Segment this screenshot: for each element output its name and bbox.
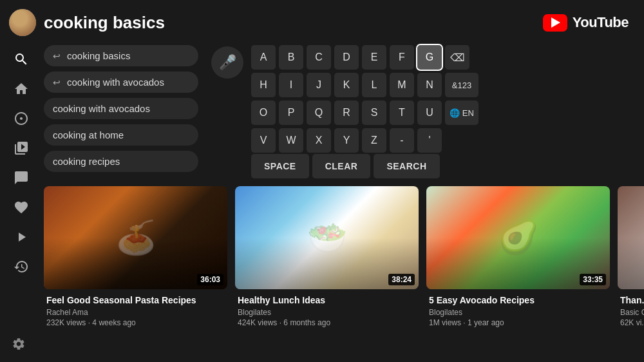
key-O[interactable]: O (251, 100, 276, 125)
video-title: 5 Easy Avocado Recipes (429, 294, 607, 306)
video-info: Than... Basic C... 62K vi... (618, 289, 644, 327)
key-numbers[interactable]: &123 (445, 73, 478, 97)
key-Z[interactable]: Z (362, 128, 386, 153)
key-language[interactable]: 🌐 EN (445, 100, 478, 125)
youtube-logo: YouTube (543, 14, 629, 32)
suggestion-item[interactable]: cooking recipes (44, 151, 198, 172)
history-icon: ↩ (53, 77, 61, 88)
key-row-2: H I J K L M N &123 (251, 73, 634, 97)
video-card[interactable]: 🥑 33:35 5 Easy Avocado Recipes Blogilate… (426, 186, 610, 327)
video-title: Feel Good Seasonal Pasta Recipes (46, 294, 225, 306)
key-row-4: V W X Y Z - ' (251, 128, 634, 153)
key-S[interactable]: S (362, 100, 386, 125)
key-M[interactable]: M (390, 73, 414, 97)
space-button[interactable]: SPACE (251, 154, 309, 178)
suggestion-text: cooking recipes (53, 156, 120, 167)
video-thumbnail: 28:14 (618, 186, 644, 289)
duration-badge: 36:03 (197, 274, 223, 285)
keyboard-area: 🎤 A B C D E F G ⌫ H (211, 43, 634, 178)
suggestion-item[interactable]: cooking with avocados (44, 98, 198, 119)
video-card[interactable]: 🍝 36:03 Feel Good Seasonal Pasta Recipes… (44, 186, 227, 327)
settings-icon[interactable] (12, 337, 26, 354)
key-G[interactable]: G (417, 45, 442, 70)
key-F[interactable]: F (390, 45, 414, 70)
key-U[interactable]: U (417, 100, 442, 125)
sidebar-item-subscriptions[interactable] (12, 139, 30, 157)
mic-button[interactable]: 🎤 (211, 46, 243, 79)
key-P[interactable]: P (279, 100, 303, 125)
key-Y[interactable]: Y (334, 128, 359, 153)
video-title: Than... (620, 294, 644, 306)
video-info: Healthy Lunch Ideas Blogilates 424K view… (235, 289, 419, 327)
main-area: ↩ cooking basics ↩ cooking with avocados… (0, 43, 644, 178)
key-I[interactable]: I (279, 73, 303, 97)
key-K[interactable]: K (334, 73, 359, 97)
suggestion-text: cooking with avocados (67, 77, 164, 88)
sidebar-item-home[interactable] (12, 80, 30, 98)
duration-badge: 33:35 (580, 274, 606, 285)
sidebar-item-library[interactable] (12, 169, 30, 187)
key-W[interactable]: W (279, 128, 303, 153)
key-T[interactable]: T (390, 100, 414, 125)
search-button[interactable]: SEARCH (374, 154, 439, 178)
key-row-3: O P Q R S T U 🌐 EN (251, 100, 634, 125)
clear-button[interactable]: CLEAR (312, 154, 371, 178)
key-backspace[interactable]: ⌫ (445, 45, 469, 70)
header: cooking basics YouTube (0, 0, 644, 43)
key-L[interactable]: L (362, 73, 386, 97)
video-channel: Rachel Ama (46, 308, 225, 317)
title-prefix: cooking (44, 13, 113, 32)
suggestions-list: ↩ cooking basics ↩ cooking with avocados… (44, 43, 198, 178)
key-C[interactable]: C (307, 45, 331, 70)
key-H[interactable]: H (251, 73, 276, 97)
key-V[interactable]: V (251, 128, 276, 153)
video-meta: 232K views · 4 weeks ago (46, 318, 225, 327)
sidebar-item-explore[interactable] (12, 110, 30, 128)
header-left: cooking basics (9, 9, 165, 36)
video-thumbnail: 🥑 33:35 (426, 186, 610, 289)
duration-badge: 38:24 (388, 274, 415, 285)
key-row-1: A B C D E F G ⌫ (251, 45, 634, 70)
key-apostrophe[interactable]: ' (417, 128, 442, 153)
key-Q[interactable]: Q (307, 100, 331, 125)
video-card[interactable]: 🥗 38:24 Healthy Lunch Ideas Blogilates 4… (235, 186, 419, 327)
video-channel: Basic C... (620, 308, 644, 317)
video-meta: 62K vi... (620, 318, 644, 327)
suggestion-text: cooking with avocados (53, 103, 150, 114)
video-info: 5 Easy Avocado Recipes Blogilates 1M vie… (426, 289, 610, 327)
video-thumbnail: 🥗 38:24 (235, 186, 419, 289)
key-J[interactable]: J (307, 73, 331, 97)
action-row: SPACE CLEAR SEARCH (251, 154, 634, 178)
sidebar-item-saved[interactable] (12, 198, 30, 216)
youtube-icon (543, 14, 567, 32)
key-N[interactable]: N (417, 73, 442, 97)
key-B[interactable]: B (279, 45, 303, 70)
key-grid: A B C D E F G ⌫ H I J K (251, 45, 634, 153)
key-D[interactable]: D (334, 45, 359, 70)
video-section: 🍝 36:03 Feel Good Seasonal Pasta Recipes… (0, 178, 644, 327)
sidebar-item-history[interactable] (12, 258, 30, 276)
suggestion-item[interactable]: cooking at home (44, 124, 198, 146)
sidebar-item-purchases[interactable] (12, 228, 30, 246)
key-dash[interactable]: - (390, 128, 414, 153)
key-E[interactable]: E (362, 45, 386, 70)
key-X[interactable]: X (307, 128, 331, 153)
suggestion-item[interactable]: ↩ cooking with avocados (44, 71, 198, 93)
keyboard-section: A B C D E F G ⌫ H I J K (251, 45, 634, 178)
video-card[interactable]: 28:14 Than... Basic C... 62K vi... (618, 186, 644, 327)
page-title: cooking basics (44, 13, 165, 33)
video-info: Feel Good Seasonal Pasta Recipes Rachel … (44, 289, 227, 327)
video-channel: Blogilates (238, 308, 416, 317)
history-icon: ↩ (53, 51, 61, 61)
suggestion-item[interactable]: ↩ cooking basics (44, 45, 198, 66)
video-meta: 1M views · 1 year ago (429, 318, 607, 327)
key-R[interactable]: R (334, 100, 359, 125)
sidebar (0, 44, 42, 276)
suggestion-text: cooking at home (53, 129, 124, 140)
avatar[interactable] (9, 9, 36, 36)
title-bold: basics (113, 13, 165, 32)
video-title: Healthy Lunch Ideas (238, 294, 416, 306)
sidebar-item-search[interactable] (12, 50, 30, 68)
youtube-label: YouTube (573, 14, 629, 31)
key-A[interactable]: A (251, 45, 276, 70)
